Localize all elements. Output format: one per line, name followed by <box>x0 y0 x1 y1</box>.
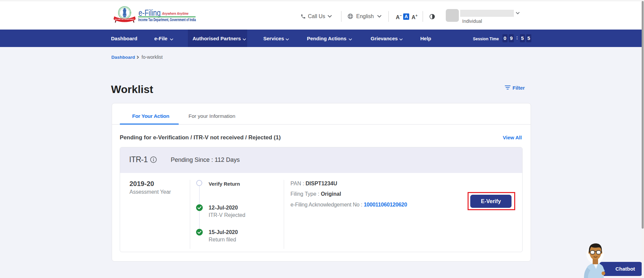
svg-text:Income Tax Department, Governm: Income Tax Department, Government of Ind… <box>138 17 196 22</box>
svg-text:e-Filing: e-Filing <box>139 8 161 17</box>
svg-text:Anywhere Anytime: Anywhere Anytime <box>162 11 189 15</box>
svg-text:INCOME TAX DEPARTMENT: INCOME TAX DEPARTMENT <box>115 18 135 20</box>
